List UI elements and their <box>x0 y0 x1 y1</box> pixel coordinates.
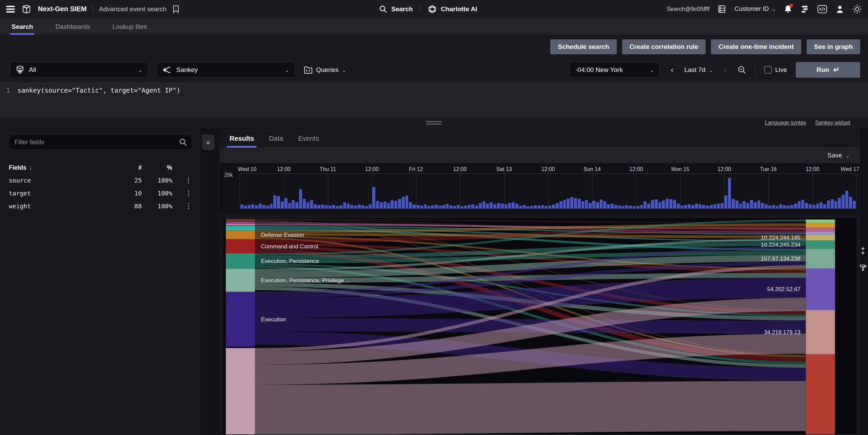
histogram-bar[interactable] <box>310 200 313 209</box>
histogram-bar[interactable] <box>369 204 372 209</box>
histogram-bar[interactable] <box>614 205 617 209</box>
histogram-bar[interactable] <box>240 205 243 209</box>
histogram-bar[interactable] <box>329 206 332 209</box>
histogram-bar[interactable] <box>831 199 834 209</box>
sankey-node[interactable] <box>226 253 255 269</box>
histogram-bar[interactable] <box>493 204 496 209</box>
customer-id-dropdown[interactable]: Customer ID ⌄ <box>734 5 776 13</box>
histogram-bar[interactable] <box>438 206 441 209</box>
hamburger-menu-icon[interactable] <box>6 4 15 14</box>
histogram-bar[interactable] <box>600 200 603 209</box>
histogram-bar[interactable] <box>314 204 317 209</box>
histogram-bar[interactable] <box>515 204 518 209</box>
histogram-bar[interactable] <box>317 205 320 209</box>
histogram-bar[interactable] <box>798 201 801 209</box>
histogram-bar[interactable] <box>805 203 808 209</box>
tab-search[interactable]: Search <box>10 18 34 35</box>
timezone-selector[interactable]: -04:00 New York ⌄ <box>570 62 660 78</box>
repository-selector[interactable]: All ⌄ <box>10 62 148 78</box>
histogram-bar[interactable] <box>801 200 804 209</box>
query-editor[interactable]: 1sankey(source="Tactic", target="Agent I… <box>0 81 868 117</box>
histogram-bar[interactable] <box>684 205 687 209</box>
histogram-bar[interactable] <box>406 195 409 209</box>
histogram-bar[interactable] <box>292 200 295 209</box>
histogram-bar[interactable] <box>809 204 812 209</box>
histogram-bar[interactable] <box>757 201 761 209</box>
field-row-target[interactable]: target 10 100% ⋮ <box>9 189 192 197</box>
sankey-node[interactable] <box>806 228 835 231</box>
filter-fields-input[interactable] <box>9 134 192 150</box>
histogram-bar[interactable] <box>552 205 555 209</box>
histogram-bar[interactable] <box>783 205 786 209</box>
histogram-bar[interactable] <box>460 206 463 209</box>
sankey-node[interactable] <box>226 230 255 239</box>
histogram-bar[interactable] <box>724 195 727 209</box>
histogram-bar[interactable] <box>376 201 379 209</box>
sankey-node[interactable] <box>806 310 835 355</box>
histogram-bar[interactable] <box>787 206 790 209</box>
histogram-bar[interactable] <box>457 205 460 209</box>
schedule-search-button[interactable]: Schedule search <box>550 39 616 54</box>
see-in-graph-button[interactable]: See in graph <box>807 39 860 54</box>
histogram-bar[interactable] <box>398 199 401 209</box>
save-button[interactable]: Save ⌄ <box>827 152 850 159</box>
histogram-bar[interactable] <box>508 203 511 209</box>
histogram-bar[interactable] <box>717 204 720 209</box>
widget-selector[interactable]: Sankey ⌄ <box>157 62 295 78</box>
sankey-node[interactable] <box>226 348 255 434</box>
histogram-bar[interactable] <box>244 206 247 209</box>
histogram-bar[interactable] <box>666 198 669 209</box>
histogram-bar[interactable] <box>743 201 746 209</box>
histogram-bar[interactable] <box>677 204 680 209</box>
create-correlation-rule-button[interactable]: Create correlation rule <box>622 39 706 54</box>
histogram-bar[interactable] <box>391 200 394 209</box>
histogram-bar[interactable] <box>578 199 581 209</box>
sankey-node[interactable] <box>226 224 255 226</box>
histogram-bar[interactable] <box>750 200 753 209</box>
histogram-bar[interactable] <box>541 205 544 209</box>
histogram-bar[interactable] <box>537 206 540 209</box>
histogram-bar[interactable] <box>350 205 353 209</box>
histogram-bar[interactable] <box>497 203 500 209</box>
time-back-chevron[interactable]: ‹ <box>669 65 675 75</box>
histogram-bar[interactable] <box>816 204 819 209</box>
sankey-node[interactable] <box>806 223 835 228</box>
histogram-bar[interactable] <box>754 202 757 209</box>
histogram-bar[interactable] <box>387 203 390 209</box>
sankey-widget-link[interactable]: Sankey widget <box>815 120 850 126</box>
tab-dashboards[interactable]: Dashboards <box>54 18 91 35</box>
sankey-node[interactable] <box>806 241 835 249</box>
histogram-bar[interactable] <box>838 198 841 209</box>
histogram-bar[interactable] <box>501 204 504 209</box>
histogram-bar[interactable] <box>427 206 430 209</box>
sankey-node[interactable] <box>806 249 835 268</box>
histogram-bar[interactable] <box>622 206 625 209</box>
collapse-sidebar-button[interactable]: « <box>202 134 214 150</box>
sankey-node[interactable] <box>806 354 835 434</box>
histogram-bar[interactable] <box>732 199 735 209</box>
live-checkbox[interactable] <box>764 66 772 74</box>
histogram-bar[interactable] <box>383 202 387 209</box>
queries-menu-button[interactable]: Queries ⌄ <box>304 66 346 74</box>
histogram-bar[interactable] <box>420 206 423 209</box>
sankey-node[interactable] <box>226 226 255 231</box>
histogram-bar[interactable] <box>574 198 577 209</box>
histogram-bar[interactable] <box>284 198 288 209</box>
histogram-bar[interactable] <box>523 205 526 209</box>
sankey-node[interactable] <box>226 219 255 222</box>
histogram-bar[interactable] <box>251 204 254 209</box>
histogram-bar[interactable] <box>834 201 837 209</box>
histogram-bar[interactable] <box>413 205 416 209</box>
histogram-bar[interactable] <box>490 202 493 209</box>
sankey-node[interactable] <box>226 239 255 253</box>
api-console-icon[interactable] <box>817 5 827 14</box>
field-row-weight[interactable]: weight 88 100% ⋮ <box>9 202 192 210</box>
histogram-bar[interactable] <box>273 195 276 209</box>
histogram-bar[interactable] <box>607 204 610 209</box>
histogram-bar[interactable] <box>442 205 445 209</box>
histogram-bar[interactable] <box>559 201 563 209</box>
time-forward-chevron[interactable]: › <box>722 65 729 75</box>
histogram-bar[interactable] <box>361 205 364 209</box>
sankey-node[interactable] <box>226 269 255 292</box>
sankey-node[interactable] <box>806 268 835 310</box>
